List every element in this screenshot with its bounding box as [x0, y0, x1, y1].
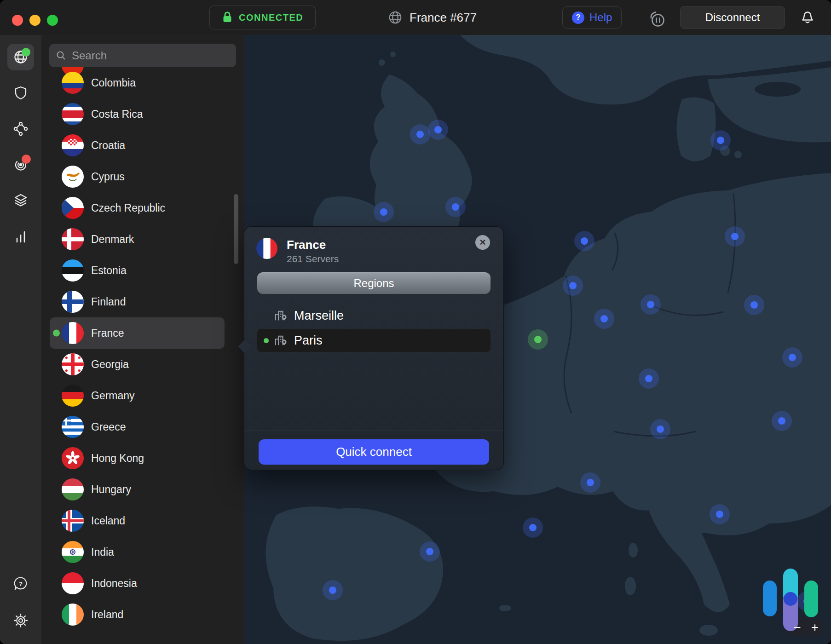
country-name: Cyprus — [91, 171, 125, 183]
quick-connect-button[interactable]: Quick connect — [259, 439, 489, 465]
country-row-costa-rica[interactable]: Costa Rica — [41, 98, 244, 130]
country-name: Finland — [91, 296, 126, 308]
sidebar-item-threat-protection[interactable] — [7, 151, 34, 178]
search-field[interactable] — [49, 44, 236, 67]
country-row-greece[interactable]: Greece — [41, 411, 244, 443]
country-name: Indonesia — [91, 577, 137, 590]
server-location-dot[interactable] — [710, 130, 731, 150]
close-window-button[interactable] — [12, 15, 23, 26]
red-status-badge — [22, 155, 31, 164]
server-location-dot[interactable] — [574, 231, 594, 251]
country-flag — [62, 572, 84, 594]
country-row-ireland[interactable]: Ireland — [41, 599, 244, 630]
server-location-dot[interactable] — [410, 124, 430, 144]
country-name: Denmark — [91, 233, 134, 246]
country-flag — [62, 478, 84, 500]
country-row-estonia[interactable]: Estonia — [41, 255, 244, 286]
country-flag — [62, 197, 84, 219]
notifications-bell-icon[interactable] — [800, 10, 815, 28]
sidebar-item-security[interactable] — [7, 80, 34, 106]
connected-indicator-dot — [53, 330, 60, 337]
server-location-dot[interactable] — [594, 309, 614, 329]
country-name: France — [91, 327, 124, 339]
tab-regions[interactable]: Regions — [257, 272, 491, 294]
country-name: Ireland — [91, 609, 123, 621]
country-row-indonesia[interactable]: Indonesia — [41, 568, 244, 599]
nav-sidebar: ? — [0, 35, 41, 644]
server-location-dot[interactable] — [710, 504, 730, 524]
server-location-dot[interactable] — [782, 347, 802, 368]
server-location-dot[interactable] — [641, 294, 661, 315]
city-icon — [274, 334, 288, 346]
country-row-croatia[interactable]: Croatia — [41, 130, 244, 161]
sidebar-item-countries[interactable] — [7, 44, 34, 70]
country-name: India — [91, 546, 114, 558]
popover-title: France — [287, 238, 339, 252]
country-row-hong-kong[interactable]: Hong Kong — [41, 443, 244, 474]
window-controls — [12, 15, 58, 26]
popover-divider — [244, 431, 503, 431]
country-flag — [62, 447, 84, 469]
city-icon — [274, 310, 288, 322]
maximize-window-button[interactable] — [47, 15, 58, 26]
server-location-dot[interactable] — [580, 472, 600, 493]
sidebar-item-meshnet[interactable] — [7, 115, 34, 142]
nodes-icon — [13, 121, 29, 137]
country-row-india[interactable]: India — [41, 536, 244, 568]
disconnect-button[interactable]: Disconnect — [680, 6, 785, 29]
country-row-georgia[interactable]: Georgia — [41, 349, 244, 380]
country-name: Hong Kong — [91, 452, 144, 465]
minimize-window-button[interactable] — [29, 15, 40, 26]
pause-connection-button[interactable] — [648, 10, 666, 30]
list-scrollbar-thumb[interactable] — [234, 194, 238, 264]
server-location-dot[interactable] — [725, 226, 745, 247]
city-row-marseille[interactable]: Marseille — [257, 304, 491, 327]
country-row-finland[interactable]: Finland — [41, 286, 244, 317]
city-row-paris[interactable]: Paris — [257, 329, 491, 352]
country-name: Costa Rica — [91, 108, 143, 121]
server-location-dot[interactable] — [744, 295, 764, 315]
country-name: Estonia — [91, 264, 127, 277]
country-row-hungary[interactable]: Hungary — [41, 474, 244, 505]
green-status-badge — [22, 48, 30, 57]
country-row-germany[interactable]: Germany — [41, 380, 244, 411]
close-icon[interactable]: ✕ — [475, 235, 490, 250]
server-location-dot[interactable] — [797, 591, 817, 611]
country-name: Georgia — [91, 358, 129, 371]
sidebar-item-specialty-servers[interactable] — [7, 187, 34, 214]
country-row-iceland[interactable]: Iceland — [41, 505, 244, 536]
server-location-dot[interactable] — [374, 202, 394, 222]
country-flag — [62, 259, 84, 282]
sidebar-item-statistics[interactable] — [7, 223, 34, 250]
sidebar-item-support[interactable]: ? — [7, 570, 34, 597]
server-location-dot[interactable] — [420, 541, 440, 562]
app-window: − + CONNECTED France #677 ? Help D — [0, 0, 831, 644]
country-row-cyprus[interactable]: Cyprus — [41, 161, 244, 192]
zoom-in-button[interactable]: + — [806, 619, 824, 636]
server-location-dot[interactable] — [650, 419, 670, 439]
server-location-dot[interactable] — [323, 580, 343, 600]
server-location-dot[interactable] — [523, 518, 543, 538]
country-row-denmark[interactable]: Denmark — [41, 224, 244, 255]
country-name: Greece — [91, 421, 126, 433]
country-popover: France 261 Servers ✕ Regions MarseillePa… — [244, 226, 504, 470]
gear-icon — [13, 613, 29, 628]
sidebar-item-settings[interactable] — [7, 607, 34, 634]
country-row-colombia[interactable]: Colombia — [41, 67, 244, 98]
country-row-czech-republic[interactable]: Czech Republic — [41, 192, 244, 224]
layers-icon — [13, 193, 29, 208]
search-input[interactable] — [72, 49, 230, 62]
server-location-dot[interactable] — [639, 368, 659, 389]
svg-text:?: ? — [19, 581, 23, 587]
connected-server-dot[interactable] — [528, 329, 548, 350]
server-location-dot[interactable] — [445, 197, 466, 217]
country-row-france[interactable]: France — [50, 317, 225, 349]
country-name: Iceland — [91, 515, 125, 527]
help-button[interactable]: ? Help — [562, 6, 622, 29]
france-flag — [256, 238, 277, 264]
server-location-dot[interactable] — [563, 276, 583, 296]
server-location-dot[interactable] — [772, 411, 792, 431]
country-name: Colombia — [91, 77, 136, 89]
server-location-dot[interactable] — [428, 120, 448, 140]
zoom-out-button[interactable]: − — [789, 619, 806, 636]
